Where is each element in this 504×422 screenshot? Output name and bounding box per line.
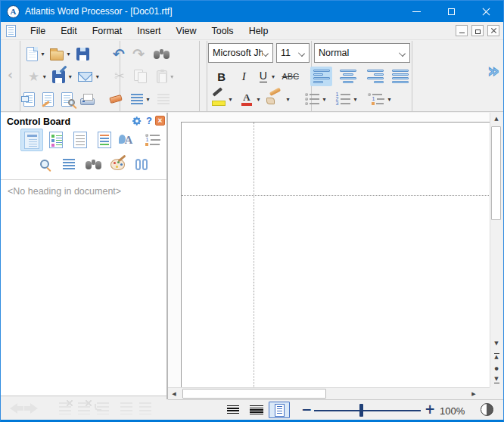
paragraph-style-chevron-icon[interactable] — [399, 50, 406, 57]
mdi-minimize-button[interactable] — [456, 25, 468, 36]
close-button[interactable] — [468, 1, 503, 22]
print-layout-view-button[interactable] — [269, 402, 290, 418]
numbered-list-button[interactable]: 1 2 3 — [334, 89, 352, 109]
scroll-up-button[interactable]: ▲ — [490, 113, 502, 125]
align-justify-button[interactable] — [390, 67, 412, 86]
format-painter-dropdown[interactable]: ▾ — [285, 96, 291, 103]
mdi-close-icon — [490, 27, 497, 34]
cb-lists-tab[interactable]: 1 — [142, 129, 164, 151]
font-size-combobox[interactable]: 11 — [276, 43, 310, 63]
vertical-scrollbar-thumb[interactable] — [491, 126, 501, 220]
multilevel-list-dropdown[interactable]: ▾ — [386, 96, 393, 103]
align-center-button[interactable] — [337, 67, 359, 86]
menu-file[interactable]: File — [23, 23, 53, 39]
menu-insert[interactable]: Insert — [129, 23, 168, 39]
marker-list-2-icon — [139, 402, 151, 414]
control-board-close-button[interactable]: × — [155, 116, 165, 126]
font-color-button[interactable]: A — [238, 89, 255, 109]
font-size-chevron-icon[interactable] — [298, 50, 305, 57]
bullet-list-button[interactable] — [303, 89, 321, 109]
mdi-close-button[interactable] — [487, 25, 499, 36]
underline-dropdown[interactable]: ▾ — [270, 73, 277, 80]
bold-label: B — [217, 70, 226, 83]
select-browse-object-button[interactable]: ● — [490, 362, 502, 374]
maximize-button[interactable] — [434, 1, 468, 22]
email-dropdown[interactable]: ▾ — [94, 73, 101, 80]
undo-button[interactable]: ↶ — [111, 44, 126, 64]
print-preview-button[interactable] — [60, 89, 74, 109]
new-document-dropdown[interactable]: ▾ — [39, 51, 46, 57]
favorites-dropdown[interactable]: ▾ — [41, 73, 48, 80]
highlight-button[interactable] — [210, 89, 227, 109]
menu-format[interactable]: Format — [85, 23, 130, 39]
menu-help[interactable]: Help — [241, 23, 276, 39]
cb-zoom-tool[interactable] — [33, 153, 56, 175]
zoom-slider-thumb[interactable] — [359, 404, 363, 417]
multilevel-list-button[interactable]: 1 — [366, 89, 386, 109]
previous-page-button[interactable]: ▲ — [490, 350, 502, 361]
align-right-button[interactable] — [365, 67, 387, 86]
control-board-help-button[interactable]: ? — [145, 115, 154, 126]
scroll-left-button[interactable]: ◀ — [169, 388, 179, 399]
new-document-button[interactable] — [25, 44, 39, 64]
open-document-button[interactable] — [48, 44, 65, 64]
vertical-scrollbar[interactable]: ▲ ▼ ▲ ● ▼ — [490, 113, 502, 387]
paragraph-style-combobox[interactable]: Normal — [314, 43, 410, 63]
document-tools-button[interactable] — [41, 89, 55, 109]
zoom-in-button[interactable]: + — [422, 402, 437, 417]
email-button[interactable] — [76, 67, 94, 86]
print-button[interactable] — [79, 89, 96, 109]
bold-button[interactable]: B — [213, 67, 230, 86]
erase-button[interactable] — [108, 89, 123, 109]
format-marks-dropdown[interactable]: ▾ — [145, 96, 151, 103]
open-document-dropdown[interactable]: ▾ — [65, 51, 72, 57]
scroll-down-button[interactable]: ▼ — [490, 338, 502, 349]
zoom-percentage[interactable]: 100% — [440, 405, 465, 417]
online-view-button[interactable] — [250, 405, 263, 414]
strikethrough-button[interactable]: ABC — [280, 67, 300, 86]
font-family-chevron-icon[interactable] — [262, 50, 269, 57]
cb-bookmarks-tab[interactable] — [45, 129, 67, 151]
menu-edit[interactable]: Edit — [53, 23, 85, 39]
cb-paragraphs-tool[interactable] — [58, 153, 80, 175]
cb-styles-tab[interactable] — [93, 129, 116, 151]
cb-find-tool[interactable] — [82, 153, 104, 175]
cb-fonts-tab[interactable]: A — [117, 129, 140, 151]
format-painter-button[interactable] — [265, 89, 285, 109]
cb-headings-tab[interactable] — [20, 129, 43, 151]
numbered-list-dropdown[interactable]: ▾ — [352, 96, 359, 103]
horizontal-scrollbar[interactable]: ◀ ▶ — [168, 387, 490, 399]
document-page[interactable] — [181, 122, 490, 387]
cb-clips-tool[interactable] — [130, 153, 153, 175]
menu-view[interactable]: View — [169, 23, 204, 39]
document-properties-button[interactable] — [22, 89, 36, 109]
find-button[interactable] — [152, 44, 171, 64]
save-as-button[interactable] — [51, 67, 67, 86]
bullet-list-dropdown[interactable]: ▾ — [321, 96, 328, 103]
document-window-icon[interactable] — [6, 25, 16, 37]
draft-view-button[interactable] — [227, 405, 239, 414]
mdi-restore-button[interactable] — [471, 25, 484, 36]
contrast-mode-icon[interactable] — [481, 403, 493, 416]
align-left-button[interactable] — [310, 67, 332, 86]
cb-fields-tab[interactable] — [69, 129, 92, 151]
font-family-combobox[interactable]: Microsoft Jh — [208, 43, 273, 63]
highlight-dropdown[interactable]: ▾ — [227, 96, 234, 103]
horizontal-scrollbar-thumb[interactable] — [182, 389, 326, 399]
toolbar-overflow-left-button[interactable]: ‹ — [1, 67, 20, 82]
save-as-dropdown[interactable]: ▾ — [67, 73, 73, 80]
italic-button[interactable]: I — [236, 67, 253, 86]
format-marks-button[interactable] — [129, 89, 145, 109]
minimize-button[interactable] — [399, 1, 434, 22]
save-button[interactable] — [75, 44, 91, 64]
toolbar-overflow-right-button[interactable]: » — [484, 60, 503, 82]
control-board-settings-button[interactable] — [132, 116, 142, 129]
next-page-button[interactable]: ▼ — [490, 374, 502, 386]
cb-colors-tool[interactable] — [106, 153, 129, 175]
zoom-slider-track[interactable] — [314, 410, 421, 411]
zoom-out-button[interactable]: − — [299, 402, 314, 417]
menu-tools[interactable]: Tools — [204, 23, 241, 39]
scroll-right-button[interactable]: ▶ — [468, 388, 479, 399]
underline-button[interactable]: U — [257, 67, 270, 86]
font-color-dropdown[interactable]: ▾ — [255, 96, 262, 103]
